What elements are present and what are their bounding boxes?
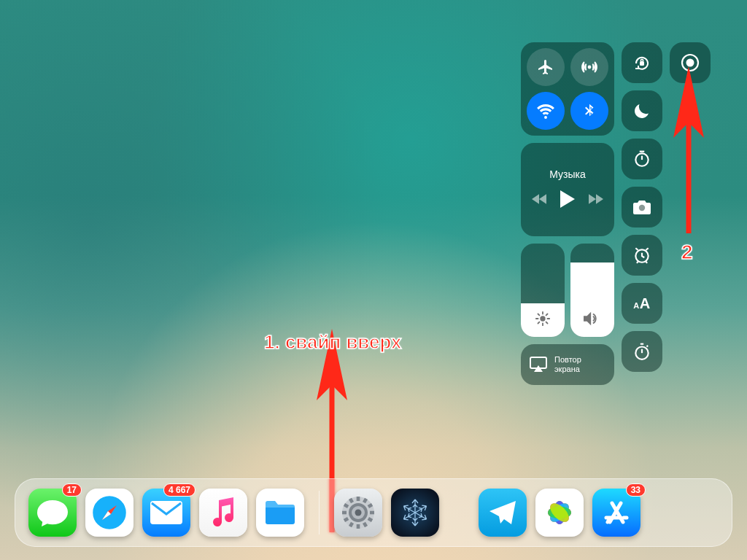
dock-app-safari[interactable] [85,489,133,537]
next-track-button[interactable] [589,193,603,208]
cc-left-column: Музыка Повтор экрана [521,42,614,385]
dock: 17 4 667 [15,478,732,547]
svg-rect-37 [357,497,360,501]
svg-point-21 [635,347,648,359]
alarm-clock-icon [632,246,651,265]
text-size-button[interactable]: AA [622,283,662,324]
folder-icon [263,499,297,526]
brightness-icon [535,311,551,330]
svg-line-18 [646,248,648,250]
orientation-lock-toggle[interactable] [622,42,662,83]
appstore-a-icon [601,497,632,528]
paper-plane-icon [488,499,517,526]
camera-button[interactable] [622,187,662,228]
messages-icon [36,498,69,527]
volume-slider[interactable] [570,244,614,337]
control-center: Музыка Повтор экрана [521,42,711,385]
cellular-data-toggle[interactable] [570,48,608,86]
dock-app-messages[interactable]: 17 [28,489,77,537]
cc-right-column [670,42,711,83]
dock-app-mail[interactable]: 4 667 [142,489,190,537]
svg-line-24 [647,346,649,347]
svg-point-39 [355,510,362,516]
svg-line-6 [538,314,539,315]
do-not-disturb-toggle[interactable] [622,90,662,131]
record-icon [680,52,700,73]
svg-line-20 [646,262,647,263]
sliders-row [521,244,614,337]
svg-point-26 [686,59,694,67]
svg-line-17 [635,248,638,250]
connectivity-tile[interactable] [521,42,614,136]
wifi-icon [536,101,555,120]
timer-button[interactable] [622,139,662,179]
mail-icon [150,501,182,524]
music-note-icon [210,497,236,528]
svg-line-19 [637,262,638,263]
rotation-lock-icon [632,52,652,73]
dock-app-appstore[interactable]: 33 [592,489,640,537]
cc-middle-column: AA [622,42,662,372]
dock-app-music[interactable] [199,489,247,537]
svg-line-7 [546,322,548,324]
svg-line-8 [538,322,539,324]
dock-app-photos[interactable] [535,489,584,537]
annotation-swipe-up: 1. свайп вверх [264,331,401,354]
bluetooth-icon [581,103,597,119]
dock-app-snowflake[interactable] [391,489,439,537]
rewind-icon [532,193,546,205]
music-transport [532,190,603,211]
bluetooth-toggle[interactable] [570,92,608,130]
text-size-icon: AA [633,295,650,312]
previous-track-button[interactable] [532,193,546,208]
svg-line-52 [608,520,609,522]
music-tile[interactable]: Музыка [521,143,614,236]
play-icon [560,190,576,208]
snowflake-icon [398,496,432,529]
cellular-antenna-icon [580,58,599,77]
screen-mirroring-tile[interactable]: Повтор экрана [521,344,614,385]
volume-icon [584,311,601,330]
airplane-icon [537,58,554,76]
badge-appstore: 33 [626,483,646,497]
airplane-mode-toggle[interactable] [527,48,565,86]
safari-icon [90,494,128,532]
gear-icon [341,495,376,530]
svg-rect-11 [640,61,644,66]
dock-app-settings[interactable] [334,489,382,537]
svg-line-9 [546,314,548,315]
dock-app-files[interactable] [256,489,304,537]
moon-icon [632,101,651,120]
svg-point-0 [588,66,592,69]
screen-mirroring-label: Повтор экрана [554,355,581,374]
badge-mail: 4 667 [163,483,196,497]
alarm-button[interactable] [622,235,662,276]
play-button[interactable] [560,190,576,211]
badge-messages: 17 [62,483,82,497]
camera-icon [632,199,651,215]
forward-icon [589,193,603,205]
svg-point-15 [639,205,645,211]
brightness-slider[interactable] [521,244,565,337]
music-title: Музыка [549,168,586,180]
dock-divider [319,491,320,534]
svg-point-1 [540,316,545,321]
wifi-toggle[interactable] [527,92,565,130]
photos-flower-icon [542,495,577,530]
svg-point-12 [635,153,648,166]
stopwatch-icon [632,342,651,361]
airplay-icon [530,357,547,373]
timer-icon [632,149,651,168]
stopwatch-button[interactable] [622,331,662,372]
dock-app-telegram[interactable] [479,489,527,537]
screen-recording-button[interactable] [670,42,711,83]
